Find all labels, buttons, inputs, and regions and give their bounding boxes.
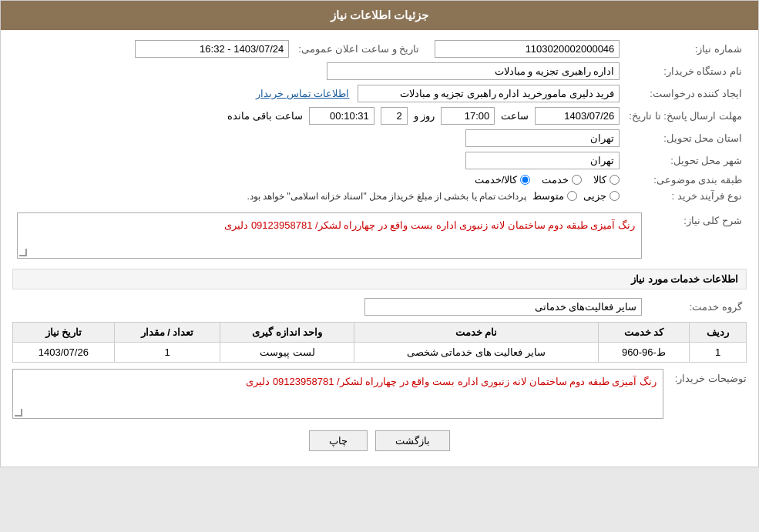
deadline-remaining-label: ساعت باقی مانده: [227, 110, 302, 122]
radio-motavasset[interactable]: [567, 191, 577, 201]
row-code: ط-96-960: [598, 343, 689, 363]
radio-kala-label: کالا: [593, 174, 606, 186]
category-kala[interactable]: کالا: [593, 174, 620, 186]
buyer-desc-section: توضیحات خریدار: رنگ آمیزی طبقه دوم ساختم…: [12, 369, 747, 419]
col-qty: تعداد / مقدار: [114, 323, 220, 343]
city-value: تهران: [465, 152, 620, 169]
date-value: 1403/07/24 - 16:32: [135, 40, 289, 58]
need-description-box: رنگ آمیزی طبقه دوم ساختمان لانه زنبوری ا…: [17, 212, 642, 259]
deadline-date: 1403/07/26: [535, 107, 620, 125]
requester-link[interactable]: اطلاعات تماس خریدار: [256, 88, 349, 99]
radio-kala[interactable]: [610, 175, 620, 185]
province-value: تهران: [465, 129, 620, 147]
category-khedmat[interactable]: خدمت: [542, 174, 582, 186]
col-code: کد خدمت: [598, 323, 689, 343]
category-kala-khedmat[interactable]: کالا/خدمت: [475, 174, 531, 186]
services-table: ردیف کد خدمت نام خدمت واحد اندازه گیری ت…: [12, 322, 747, 363]
col-row: ردیف: [690, 323, 747, 343]
buyer-desc-resize[interactable]: [15, 409, 22, 417]
back-button[interactable]: بازگشت: [375, 430, 450, 451]
purchase-type-note: پرداخت تمام یا بخشی از مبلغ خریداز محل "…: [247, 191, 526, 202]
deadline-time: 17:00: [441, 107, 495, 125]
service-group-value: سایر فعالیت‌های خدماتی: [364, 298, 642, 316]
col-date: تاریخ نیاز: [13, 323, 115, 343]
radio-motavasset-label: متوسط: [532, 190, 564, 202]
service-group-label: گروه خدمت:: [646, 296, 747, 318]
buyer-org-label: نام دستگاه خریدار:: [624, 60, 747, 82]
purchase-type-label: نوع فرآیند خرید :: [624, 188, 747, 204]
deadline-label: مهلت ارسال پاسخ: تا تاریخ:: [624, 105, 747, 127]
purchase-motavasset[interactable]: متوسط: [532, 190, 577, 202]
col-name: نام خدمت: [354, 323, 599, 343]
resize-handle[interactable]: [19, 249, 27, 256]
need-number-label: شماره نیاز:: [624, 38, 747, 60]
row-service-name: سایر فعالیت های خدماتی شخصی: [354, 343, 599, 363]
radio-khedmat[interactable]: [572, 175, 582, 185]
radio-kala-khedmat-label: کالا/خدمت: [475, 174, 518, 186]
services-section-title: اطلاعات خدمات مورد نیاز: [12, 269, 747, 289]
deadline-days-label: روز و: [414, 110, 435, 122]
row-need-date: 1403/07/26: [13, 343, 115, 363]
need-desc-label: شرح کلی نیاز:: [646, 210, 747, 261]
need-description-text: رنگ آمیزی طبقه دوم ساختمان لانه زنبوری ا…: [224, 219, 635, 231]
requester-value: فرید دلیری مامورخرید اداره راهبری تجزیه …: [358, 85, 620, 102]
buyer-desc-text: رنگ آمیزی طبقه دوم ساختمان لانه زنبوری ا…: [246, 376, 657, 387]
row-unit: لست پیوست: [220, 343, 354, 363]
page-title: جزئیات اطلاعات نیاز: [1, 1, 758, 30]
buyer-org-value: اداره راهبری تجزیه و مبادلات: [327, 62, 620, 80]
province-label: استان محل تحویل:: [624, 127, 747, 149]
deadline-days: 2: [381, 107, 408, 125]
radio-kala-khedmat[interactable]: [520, 175, 530, 185]
need-number-value: 1103020002000046: [435, 40, 620, 58]
radio-khedmat-label: خدمت: [542, 174, 569, 186]
print-button[interactable]: چاپ: [309, 430, 368, 451]
col-unit: واحد اندازه گیری: [220, 323, 354, 343]
row-qty: 1: [114, 343, 220, 363]
button-row: بازگشت چاپ: [12, 430, 747, 451]
deadline-remaining: 00:10:31: [309, 107, 374, 125]
radio-jozi[interactable]: [610, 191, 620, 201]
category-label: طبقه بندی موضوعی:: [624, 172, 747, 188]
requester-label: ایجاد کننده درخواست:: [624, 82, 747, 105]
buyer-desc-box: رنگ آمیزی طبقه دوم ساختمان لانه زنبوری ا…: [12, 369, 663, 419]
city-label: شهر محل تحویل:: [624, 149, 747, 172]
radio-jozi-label: جزیی: [583, 190, 606, 202]
purchase-jozi[interactable]: جزیی: [583, 190, 620, 202]
table-row: 1 ط-96-960 سایر فعالیت های خدماتی شخصی ل…: [13, 343, 747, 363]
date-label: تاریخ و ساعت اعلان عمومی:: [294, 38, 424, 60]
buyer-desc-label: توضیحات خریدار:: [670, 369, 747, 384]
deadline-time-label: ساعت: [501, 110, 529, 122]
row-num: 1: [690, 343, 747, 363]
